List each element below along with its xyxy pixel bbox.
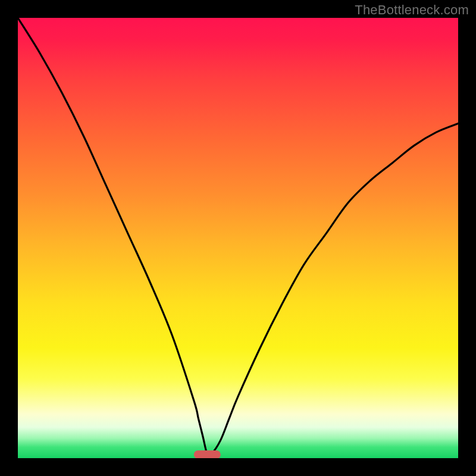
- plot-area: [18, 18, 458, 458]
- bottleneck-curve: [18, 18, 458, 458]
- watermark-text: TheBottleneck.com: [355, 2, 469, 18]
- chart-container: TheBottleneck.com: [0, 0, 476, 476]
- minimum-marker: [194, 450, 220, 458]
